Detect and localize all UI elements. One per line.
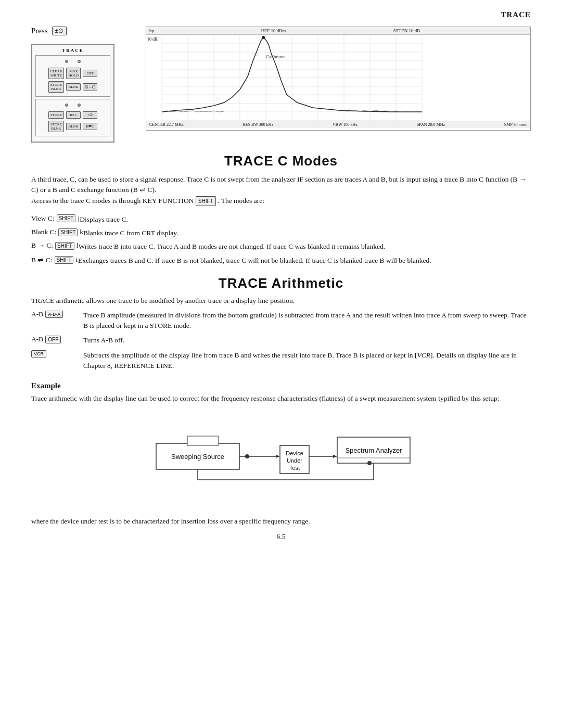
arith-label-2: A-B OFF xyxy=(31,335,83,343)
panel-title: TRACE xyxy=(35,48,110,53)
svg-text:Sweeping Source: Sweeping Source xyxy=(171,453,224,461)
press-key: ±∅ xyxy=(52,27,67,35)
graph-smp: SMP 30 msec xyxy=(504,122,527,127)
trace-c-para2: Access to the trace C modes is through K… xyxy=(31,196,531,206)
arith-label-1: A-B A-B-A xyxy=(31,310,83,318)
view-c-key-prefix: SHIFT xyxy=(57,214,76,222)
b-exc-c-key-prefix: SHIFT xyxy=(55,256,74,264)
example-body: Trace arithmetic with the display line c… xyxy=(31,393,531,404)
key-function-key: SHIFT xyxy=(196,196,216,206)
where-text: where the device under test is to be cha… xyxy=(31,516,531,527)
b-to-c-key-prefix: SHIFT xyxy=(55,242,74,250)
led-3 xyxy=(65,104,68,107)
mode-row-view-c: View C: SHIFT j Displays trace C. xyxy=(31,214,531,225)
graph-atten: ATTEN 10 dB xyxy=(393,28,420,33)
panel-btn-store2: STORE xyxy=(48,111,64,119)
arith-section: TRACE arithmetic allows one trace to be … xyxy=(31,297,531,371)
mode-row-blank-c: Blank C: SHIFT k Blanks trace C from CRT… xyxy=(31,228,531,238)
b-exc-c-label: B ⇌ C: xyxy=(31,256,53,264)
blank-c-key-prefix: SHIFT xyxy=(58,228,78,236)
mode-label-view-c: View C: SHIFT j xyxy=(31,214,80,223)
arith-key-2: OFF xyxy=(45,336,61,343)
trace-c-body: A third trace, C, can be used to store a… xyxy=(31,174,531,206)
panel-btn-bc2: B⇌C xyxy=(83,123,97,130)
panel-section-2: STORE REL ±∅ STOREBLNK BLNK B⇌C xyxy=(35,99,110,136)
page-header: TRACE xyxy=(31,10,531,21)
svg-point-22 xyxy=(262,36,265,39)
svg-marker-28 xyxy=(276,455,280,458)
press-label: Press xyxy=(31,27,48,35)
panel-btn-pm: ±∅ xyxy=(83,111,97,119)
b-to-c-label: B → C: xyxy=(31,241,53,250)
arith-key-3: VCR xyxy=(31,350,46,357)
mode-label-b-to-c: B → C: SHIFT l xyxy=(31,241,79,250)
graph-body: 10 dB/ xyxy=(146,35,530,121)
panel-btn-store: STOREBLNK xyxy=(48,81,64,93)
svg-text:Spectrum Analyzer: Spectrum Analyzer xyxy=(345,446,402,454)
diagram-svg: Sweeping Source Device Under Test Spectr… xyxy=(146,412,416,506)
svg-marker-35 xyxy=(333,455,337,458)
press-panel: Press ±∅ TRACE CLEARWRITE MAXHOLD OFF xyxy=(31,27,135,143)
svg-text:Device: Device xyxy=(286,450,303,456)
mode-desc-blank-c: Blanks trace C from CRT display. xyxy=(83,228,531,238)
arith-row-3: VCR Subtracts the amplitude of the displ… xyxy=(31,350,531,372)
svg-text:Test: Test xyxy=(289,465,300,471)
arith-desc-2: Turns A-B off. xyxy=(83,335,531,346)
example-section: Example Trace arithmetic with the displa… xyxy=(31,381,531,404)
panel-btn-right: B→C xyxy=(83,83,97,91)
led-1 xyxy=(65,60,68,63)
arith-row-1: A-B A-B-A Trace B amplitude (measured in… xyxy=(31,310,531,331)
svg-rect-26 xyxy=(187,436,219,445)
arith-desc-3: Subtracts the amplitude of the display l… xyxy=(83,350,531,372)
diagram-container: Sweeping Source Device Under Test Spectr… xyxy=(31,412,531,506)
blank-c-key-suffix: k xyxy=(80,228,83,236)
graph-vbw: VBW 100 kHz xyxy=(333,122,357,127)
arith-label-text-2: A-B xyxy=(31,335,43,343)
arith-label-text-1: A-B xyxy=(31,310,43,318)
diagram-svg-wrap: Sweeping Source Device Under Test Spectr… xyxy=(146,412,416,506)
svg-text:Under: Under xyxy=(287,457,302,464)
b-exc-c-key-suffix: i xyxy=(75,256,78,264)
led-4 xyxy=(78,104,81,107)
arith-key-1: A-B-A xyxy=(45,311,63,318)
blank-c-label: Blank C: xyxy=(31,228,56,236)
mode-table: View C: SHIFT j Displays trace C. Blank … xyxy=(31,214,531,266)
mode-desc-b-to-c: Writes trace B into trace C. Trace A and… xyxy=(79,241,531,252)
trace-c-para1: A third trace, C, can be used to store a… xyxy=(31,174,531,196)
mode-row-b-exc-c: B ⇌ C: SHIFT i Exchanges traces B and C.… xyxy=(31,256,531,266)
graph-ref: REF 10 dBm xyxy=(261,28,286,33)
svg-point-39 xyxy=(367,461,372,465)
graph-top-bar: hp REF 10 dBm ATTEN 10 dB xyxy=(146,27,530,35)
page-number: 6.5 xyxy=(31,532,531,541)
led-2 xyxy=(78,60,81,63)
graph-span: SPAN 20.0 MHz xyxy=(417,122,445,127)
graph-res-bw: RES BW 300 kHz xyxy=(242,122,273,127)
panel-btn-max: MAXHOLD xyxy=(66,68,81,79)
panel-btn-clear: CLEARWRITE xyxy=(48,68,65,79)
graph-container: hp REF 10 dBm ATTEN 10 dB 10 dB/ xyxy=(146,27,531,131)
header-title: TRACE xyxy=(501,10,531,19)
example-title: Example xyxy=(31,381,531,390)
panel-btn-off: OFF xyxy=(83,70,97,77)
mode-desc-b-exc-c: Exchanges traces B and C. If trace B is … xyxy=(78,256,531,266)
panel-section-1: CLEARWRITE MAXHOLD OFF STOREBLNK BLNK B→… xyxy=(35,55,110,97)
arith-intro: TRACE arithmetic allows one trace to be … xyxy=(31,297,531,305)
svg-text:Calibrator: Calibrator xyxy=(266,54,285,59)
panel-btn-store3: STOREBLNK xyxy=(48,121,64,132)
mode-desc-view-c: Displays trace C. xyxy=(80,214,531,225)
panel-btn-blnk: BLNK xyxy=(66,83,81,91)
view-c-label: View C: xyxy=(31,214,55,223)
arith-row-2: A-B OFF Turns A-B off. xyxy=(31,335,531,346)
mode-row-b-to-c: B → C: SHIFT l Writes trace B into trace… xyxy=(31,241,531,252)
panel-btn-rel2: REL xyxy=(66,111,81,119)
panel-btn-blnk2: BLNK xyxy=(66,123,81,130)
arith-desc-1: Trace B amplitude (measured in divisions… xyxy=(83,310,531,331)
top-section: Press ±∅ TRACE CLEARWRITE MAXHOLD OFF xyxy=(31,27,531,143)
press-row: Press ±∅ xyxy=(31,27,67,35)
graph-svg: Calibrator xyxy=(146,35,530,121)
mode-label-b-exc-c: B ⇌ C: SHIFT i xyxy=(31,256,78,264)
graph-hp-label: hp xyxy=(149,28,154,33)
trace-arith-title: TRACE Arithmetic xyxy=(31,275,531,291)
arith-label-3: VCR xyxy=(31,350,83,357)
trace-c-title: TRACE C Modes xyxy=(31,153,531,169)
